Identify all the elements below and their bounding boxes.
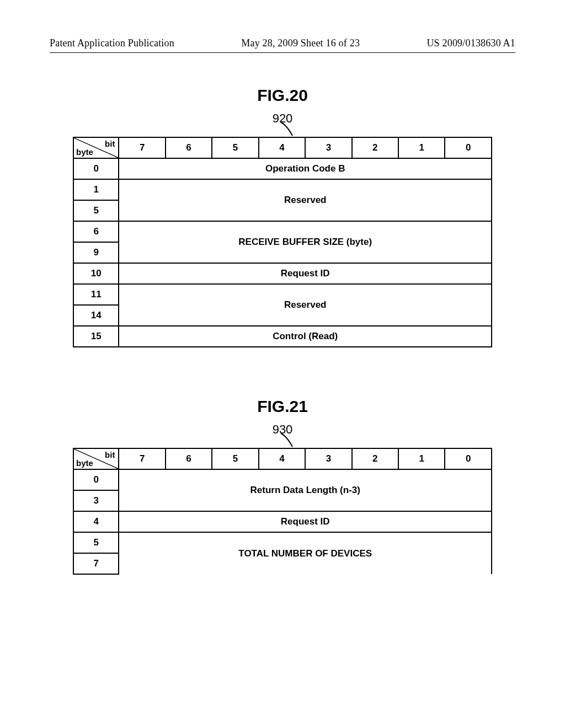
bit-col-header: 6 [166,448,212,469]
byte-index-cell: 0 [73,158,119,179]
header-center: May 28, 2009 Sheet 16 of 23 [241,38,360,49]
figure-20-table: bit byte 7 6 5 4 3 2 1 0 0 Operation Cod… [73,137,492,347]
header-rule [50,52,515,53]
table-header-row: bit byte 7 6 5 4 3 2 1 0 [73,448,492,469]
table-header-row: bit byte 7 6 5 4 3 2 1 0 [73,137,492,158]
figure-21-title: FIG.21 [50,397,515,416]
field-cell: TOTAL NUMBER OF DEVICES [119,532,492,574]
page-header: Patent Application Publication May 28, 2… [50,38,515,49]
table-row: 6 RECEIVE BUFFER SIZE (byte) [73,221,492,242]
table-row: 1 Reserved [73,179,492,200]
corner-bit-label: bit [105,450,115,459]
bit-col-header: 3 [305,137,351,158]
bit-col-header: 1 [398,448,445,469]
page: Patent Application Publication May 28, 2… [0,0,565,728]
bit-col-header: 0 [445,448,492,469]
header-left: Patent Application Publication [50,38,174,49]
bit-col-header: 7 [119,448,165,469]
bit-col-header: 0 [445,137,492,158]
leader-line-icon [278,121,300,138]
figure-20-title: FIG.20 [50,86,515,105]
table-row: 4 Request ID [73,511,492,532]
bit-byte-corner-cell: bit byte [73,137,119,158]
bit-col-header: 7 [119,137,165,158]
table-row: 0 Return Data Length (n-3) [73,469,492,490]
table-row: 15 Control (Read) [73,326,492,347]
bit-byte-corner-cell: bit byte [73,448,119,469]
field-cell: Request ID [119,511,492,532]
bit-col-header: 3 [305,448,351,469]
bit-col-header: 5 [212,137,258,158]
corner-byte-label: byte [76,458,93,468]
leader-line-icon [278,432,300,449]
bit-col-header: 4 [259,137,305,158]
byte-index-cell: 4 [73,511,119,532]
figure-21-ref-callout: 930 [50,422,515,447]
bit-col-header: 2 [352,448,398,469]
byte-index-cell: 1 [73,179,119,200]
field-cell: Request ID [119,263,492,284]
byte-index-cell: 6 [73,221,119,242]
bit-col-header: 5 [212,448,258,469]
table-row: 5 TOTAL NUMBER OF DEVICES [73,532,492,553]
field-cell: Operation Code B [119,158,492,179]
field-cell: Reserved [119,179,492,221]
bit-col-header: 6 [166,137,212,158]
field-cell: Reserved [119,284,492,326]
table-row: 0 Operation Code B [73,158,492,179]
field-cell: Return Data Length (n-3) [119,469,492,511]
bit-col-header: 2 [352,137,398,158]
byte-index-cell: 3 [73,490,119,511]
field-cell: Control (Read) [119,326,492,347]
byte-index-cell: 5 [73,200,119,221]
byte-index-cell: 15 [73,326,119,347]
header-right: US 2009/0138630 A1 [427,38,515,49]
byte-index-cell: 0 [73,469,119,490]
table-row: 10 Request ID [73,263,492,284]
corner-byte-label: byte [76,147,93,157]
byte-index-cell: 14 [73,305,119,326]
figure-21-table: bit byte 7 6 5 4 3 2 1 0 0 Return Data L… [73,448,492,575]
field-cell: RECEIVE BUFFER SIZE (byte) [119,221,492,263]
corner-bit-label: bit [105,139,115,148]
byte-index-cell: 5 [73,532,119,553]
table-row: 11 Reserved [73,284,492,305]
bit-col-header: 4 [259,448,305,469]
byte-index-cell: 11 [73,284,119,305]
byte-index-cell: 7 [73,553,119,574]
figure-20-ref-callout: 920 [50,111,515,136]
bit-col-header: 1 [398,137,445,158]
byte-index-cell: 9 [73,242,119,263]
byte-index-cell: 10 [73,263,119,284]
